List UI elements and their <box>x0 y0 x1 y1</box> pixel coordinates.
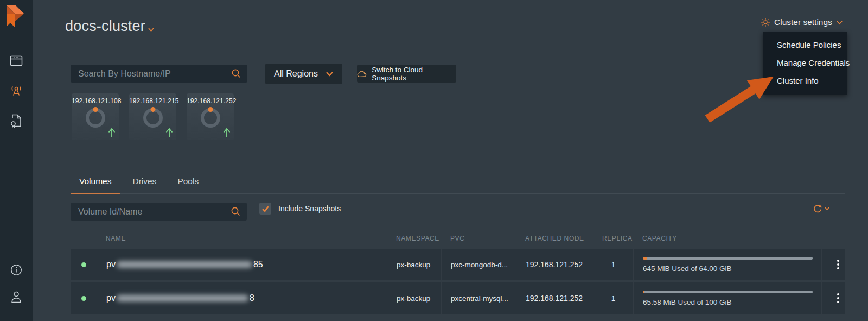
node-up-arrow-icon <box>222 127 231 139</box>
volume-name: pv8 <box>97 282 387 314</box>
menu-item-manage-credentials[interactable]: Manage Credentials <box>763 54 847 72</box>
portworx-logo-icon <box>4 3 26 29</box>
refresh-icon <box>812 203 823 214</box>
node-card[interactable]: 192.168.121.252 <box>187 93 234 140</box>
chevron-down-icon <box>836 20 843 25</box>
sidebar-item-nodes[interactable] <box>9 84 23 98</box>
cloud-icon <box>357 70 367 78</box>
license-icon <box>10 114 23 128</box>
volume-search-input[interactable] <box>71 203 247 221</box>
search-icon <box>231 206 241 217</box>
window-icon <box>10 55 23 67</box>
capacity-text: 65.58 MiB Used of 100 GiB <box>643 298 732 306</box>
volumes-table: NAME NAMESPACE PVC ATTACHED NODE REPLICA… <box>71 228 845 316</box>
status-dot <box>81 296 86 301</box>
sidebar-item-dashboard[interactable] <box>9 54 23 68</box>
col-capacity: CAPACITY <box>633 235 821 242</box>
status-dot <box>81 262 86 267</box>
volume-replica: 1 <box>593 282 633 314</box>
node-card[interactable]: 192.168.121.215 <box>129 93 176 140</box>
volume-capacity: 65.58 MiB Used of 100 GiB <box>633 282 821 314</box>
node-card[interactable]: 192.168.121.108 <box>72 93 119 140</box>
capacity-bar <box>643 291 813 293</box>
tab-drives[interactable]: Drives <box>124 174 165 193</box>
redacted-text <box>117 261 252 268</box>
hostname-search-input[interactable] <box>71 65 247 83</box>
capacity-bar <box>643 257 813 260</box>
donut-marker <box>208 107 213 112</box>
page-title: docs-cluster <box>65 18 145 35</box>
node-up-arrow-icon <box>107 127 116 139</box>
volume-name: pv85 <box>97 249 387 280</box>
node-up-arrow-icon <box>165 127 174 139</box>
chevron-down-icon <box>326 71 334 77</box>
include-snapshots-checkbox[interactable] <box>259 203 271 215</box>
volume-namespace: px-backup <box>387 282 441 314</box>
col-attached-node: ATTACHED NODE <box>516 235 593 242</box>
volume-capacity: 645 MiB Used of 64.00 GiB <box>633 249 821 280</box>
user-icon <box>10 290 23 304</box>
table-row[interactable]: pv85 px-backup pxc-mongodb-d... 192.168.… <box>71 249 845 280</box>
antenna-icon <box>9 84 23 98</box>
table-row[interactable]: pv8 px-backup pxcentral-mysql... 192.168… <box>71 282 845 314</box>
row-actions-kebab-icon[interactable] <box>831 293 845 303</box>
col-name: NAME <box>97 235 387 242</box>
volume-namespace: px-backup <box>387 249 441 280</box>
chevron-down-icon <box>824 206 830 211</box>
cloud-button-label: Switch to Cloud Snapshots <box>372 66 456 82</box>
sidebar <box>0 0 33 321</box>
check-icon <box>261 205 270 212</box>
node-usage-donut <box>201 108 220 128</box>
annotation-arrow <box>704 72 778 124</box>
node-usage-donut <box>143 108 163 128</box>
volume-pvc: pxcentral-mysql... <box>441 282 516 314</box>
region-select-value: All Regions <box>274 69 318 79</box>
col-replica: REPLICA <box>593 235 633 242</box>
chevron-down-icon <box>148 27 155 32</box>
tab-volumes[interactable]: Volumes <box>71 174 120 193</box>
include-snapshots-label: Include Snapshots <box>278 204 341 213</box>
volume-pvc: pxc-mongodb-d... <box>441 249 516 280</box>
cluster-settings-label: Cluster settings <box>774 17 832 27</box>
node-ip: 192.168.121.252 <box>187 93 234 105</box>
volume-search <box>71 203 247 221</box>
node-ip: 192.168.121.215 <box>129 93 176 105</box>
node-usage-donut <box>86 108 105 128</box>
node-ip: 192.168.121.108 <box>72 93 119 105</box>
include-snapshots-control: Include Snapshots <box>259 203 341 215</box>
node-cards: 192.168.121.108 192.168.121.215 192.168.… <box>72 93 234 140</box>
info-icon <box>10 263 23 276</box>
redacted-text <box>117 295 248 301</box>
hostname-search <box>71 65 247 83</box>
table-header: NAME NAMESPACE PVC ATTACHED NODE REPLICA… <box>71 228 845 249</box>
col-namespace: NAMESPACE <box>387 235 441 242</box>
cluster-title-dropdown[interactable]: docs-cluster <box>65 18 155 35</box>
cluster-settings-button[interactable]: Cluster settings <box>761 17 843 27</box>
search-icon <box>231 68 241 79</box>
donut-marker <box>93 107 98 112</box>
gear-icon <box>761 17 770 27</box>
donut-marker <box>150 107 155 112</box>
capacity-text: 645 MiB Used of 64.00 GiB <box>643 265 732 273</box>
volume-attached-node: 192.168.121.252 <box>516 249 593 280</box>
col-pvc: PVC <box>441 235 516 242</box>
region-select[interactable]: All Regions <box>265 64 342 84</box>
refresh-control[interactable] <box>812 203 830 214</box>
row-actions-kebab-icon[interactable] <box>831 260 845 269</box>
menu-item-schedule-policies[interactable]: Schedule Policies <box>763 36 847 54</box>
tab-pools[interactable]: Pools <box>169 174 207 193</box>
sidebar-item-account[interactable] <box>9 290 23 304</box>
sidebar-item-license[interactable] <box>9 114 23 128</box>
sidebar-item-info[interactable] <box>9 263 23 277</box>
volume-replica: 1 <box>593 249 633 280</box>
switch-to-cloud-snapshots-button[interactable]: Switch to Cloud Snapshots <box>357 65 456 83</box>
volume-attached-node: 192.168.121.252 <box>516 282 593 314</box>
tab-bar: Volumes Drives Pools <box>71 174 845 194</box>
